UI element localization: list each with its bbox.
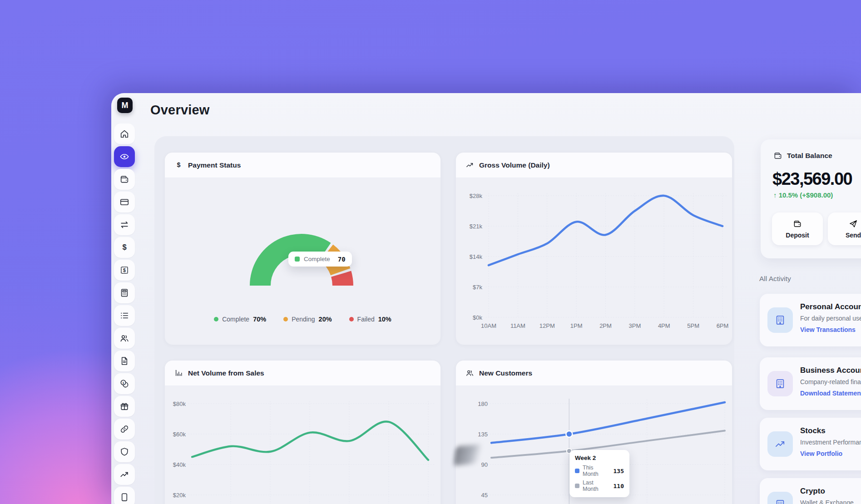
document-icon bbox=[119, 356, 129, 366]
sidebar-item-home[interactable] bbox=[114, 124, 135, 144]
list-icon bbox=[119, 311, 129, 321]
home-icon bbox=[119, 129, 129, 139]
sidebar-item-dollar[interactable]: $ bbox=[114, 237, 135, 258]
deposit-button[interactable]: Deposit bbox=[772, 212, 823, 245]
users-icon bbox=[465, 369, 474, 377]
svg-text:$80k: $80k bbox=[173, 400, 186, 407]
svg-text:$7k: $7k bbox=[473, 284, 482, 291]
svg-text:10AM: 10AM bbox=[481, 322, 496, 329]
sidebar-item-link[interactable] bbox=[114, 419, 135, 440]
net-volume-line-chart: $20k$40k$60k$80k bbox=[165, 386, 441, 504]
total-balance-card: Total Balance $23,569.00 ↑ 10.5% (+$908.… bbox=[761, 139, 861, 258]
building-icon bbox=[774, 378, 786, 390]
card-title: Payment Status bbox=[188, 161, 241, 169]
legend-label: Failed bbox=[357, 316, 375, 323]
sidebar-item-document[interactable] bbox=[114, 351, 135, 371]
all-activity-heading: All Activity bbox=[759, 275, 791, 283]
svg-text:5PM: 5PM bbox=[687, 322, 699, 329]
tooltip-row: Last Month 110 bbox=[575, 479, 624, 492]
svg-text:180: 180 bbox=[478, 400, 488, 407]
sidebar-item-trending-up[interactable] bbox=[114, 464, 135, 485]
svg-text:$40k: $40k bbox=[173, 461, 186, 468]
sidebar-item-list[interactable] bbox=[114, 305, 135, 326]
device-icon bbox=[119, 492, 129, 502]
sidebar-item-invoice[interactable]: $ bbox=[114, 260, 135, 281]
total-balance-header: Total Balance bbox=[773, 151, 832, 160]
activity-subtitle: Investment Performance bbox=[800, 439, 861, 446]
credit-card-icon bbox=[119, 197, 129, 207]
sidebar-item-coins[interactable]: 1 bbox=[114, 373, 135, 394]
activity-item-business-account[interactable]: Business Account Company-related finance… bbox=[760, 357, 861, 410]
invoice-icon: $ bbox=[119, 265, 129, 275]
svg-text:1: 1 bbox=[122, 381, 124, 385]
svg-text:$: $ bbox=[123, 267, 126, 273]
net-volume-header: Net Volume from Sales bbox=[165, 361, 440, 386]
payment-status-body: Complete 70 Complete70%Pending20%Failed1… bbox=[165, 178, 440, 345]
sidebar-item-shield[interactable] bbox=[114, 441, 135, 462]
week-tooltip: Week 2 This Month 135 Last Month 110 bbox=[569, 450, 629, 497]
building-icon bbox=[774, 499, 786, 504]
calculator-icon bbox=[119, 288, 129, 298]
legend-value: 70% bbox=[253, 316, 266, 323]
sidebar-item-transfer[interactable] bbox=[114, 214, 135, 235]
sidebar-item-eye[interactable] bbox=[114, 146, 135, 167]
legend-label: Complete bbox=[222, 316, 249, 323]
activity-item-personal-account[interactable]: Personal Account For daily personal use … bbox=[760, 294, 861, 346]
svg-text:$14k: $14k bbox=[470, 253, 483, 260]
activity-subtitle: For daily personal use bbox=[800, 315, 861, 322]
legend-value: 10% bbox=[378, 316, 391, 323]
trending-up-icon bbox=[774, 438, 786, 450]
sidebar-item-gift[interactable] bbox=[114, 396, 135, 417]
activity-title: Personal Account bbox=[800, 302, 861, 311]
trending-up-icon bbox=[119, 469, 129, 479]
payment-status-legend: Complete70%Pending20%Failed10% bbox=[165, 316, 440, 323]
tooltip-value: 135 bbox=[614, 468, 624, 474]
download-statements-link[interactable]: Download Statements bbox=[800, 390, 861, 397]
view-portfolio-link[interactable]: View Portfolio bbox=[800, 450, 861, 457]
svg-text:4PM: 4PM bbox=[658, 322, 670, 329]
activity-item-stocks[interactable]: Stocks Investment Performance View Portf… bbox=[760, 418, 861, 470]
eye-icon bbox=[119, 152, 129, 162]
page-title: Overview bbox=[150, 103, 210, 118]
sidebar-item-users[interactable] bbox=[114, 328, 135, 349]
view-transactions-link[interactable]: View Transactions bbox=[800, 326, 861, 333]
shield-icon bbox=[119, 447, 129, 457]
activity-subtitle: Company-related finances bbox=[800, 378, 861, 385]
tooltip-label: Last Month bbox=[583, 479, 610, 492]
cursor-motion-blur bbox=[453, 444, 482, 466]
gift-icon bbox=[119, 401, 129, 411]
tooltip-label: Complete bbox=[304, 256, 330, 262]
account-tile bbox=[767, 307, 793, 333]
svg-text:2PM: 2PM bbox=[599, 322, 612, 329]
new-customers-body: 4590135180 Week 2 This Month 135 Last Mo… bbox=[456, 386, 732, 504]
sidebar-item-calculator[interactable] bbox=[114, 282, 135, 303]
trending-up-icon bbox=[465, 161, 474, 169]
gross-volume-card: Gross Volume (Daily) $0k$7k$14k$21k$28k1… bbox=[455, 152, 732, 345]
sidebar-item-wallet[interactable] bbox=[114, 169, 135, 190]
send-button[interactable]: Send bbox=[828, 212, 861, 245]
svg-text:11AM: 11AM bbox=[510, 322, 525, 329]
new-customers-header: New Customers bbox=[456, 361, 732, 386]
svg-text:$60k: $60k bbox=[173, 431, 186, 438]
balance-delta: ↑ 10.5% (+$908.00) bbox=[773, 191, 833, 199]
net-volume-body: $20k$40k$60k$80k bbox=[165, 386, 440, 504]
app-logo[interactable]: M bbox=[117, 98, 133, 113]
sidebar-item-device[interactable] bbox=[114, 487, 135, 504]
transfer-icon bbox=[119, 220, 129, 230]
coins-icon: 1 bbox=[119, 379, 129, 389]
legend-swatch bbox=[295, 257, 300, 262]
tooltip-label: This Month bbox=[583, 464, 610, 477]
activity-subtitle: Wallet & Exchange bbox=[800, 499, 854, 504]
payment-status-header: $ Payment Status bbox=[165, 153, 440, 178]
sidebar-item-credit-card[interactable] bbox=[114, 192, 135, 212]
svg-text:$21k: $21k bbox=[470, 223, 483, 230]
account-tile bbox=[767, 431, 793, 457]
tooltip-value: 110 bbox=[614, 483, 624, 489]
activity-item-crypto[interactable]: Crypto Wallet & Exchange bbox=[760, 478, 861, 504]
gross-volume-line-chart: $0k$7k$14k$21k$28k10AM11AM12PM1PM2PM3PM4… bbox=[456, 178, 732, 345]
svg-text:12PM: 12PM bbox=[539, 322, 555, 329]
account-tile bbox=[767, 492, 793, 504]
paper-plane-icon bbox=[849, 219, 858, 228]
card-title: New Customers bbox=[479, 369, 532, 377]
activity-title: Crypto bbox=[800, 487, 854, 496]
